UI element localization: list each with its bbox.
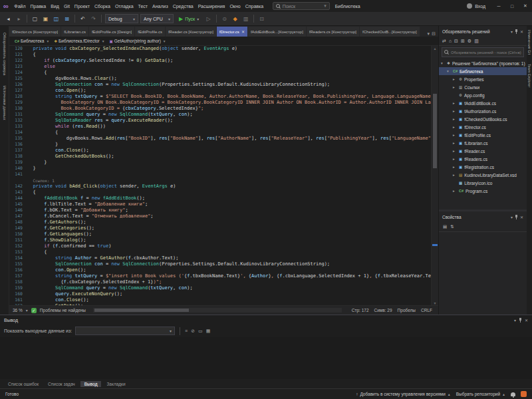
code-line[interactable]: 146f.bOK.Text = "Добавить книгу"; (9, 207, 431, 213)
panel-tab[interactable]: Список задач (44, 381, 79, 387)
line-number[interactable]: 142 (9, 184, 27, 190)
extensions-icon[interactable]: ⊡ (257, 14, 266, 23)
line-number[interactable]: 152 (9, 243, 27, 249)
breakpoints-icon[interactable]: ⊙ (220, 14, 229, 23)
code-text[interactable]: con.Close(); (27, 297, 431, 303)
code-text[interactable]: f.ShowDialog(); (27, 237, 431, 243)
output-source-dropdown[interactable]: ▾ (75, 327, 175, 335)
tree-item[interactable]: ▸▣fReader.cs (439, 147, 527, 155)
scroll-up-icon[interactable]: ▴ (432, 46, 438, 51)
line-number[interactable]: 153 (9, 249, 27, 255)
tree-item[interactable]: ▸▣fEditProfile.cs (439, 131, 527, 139)
line-number[interactable]: 136 (9, 142, 27, 148)
expand-arrow-icon[interactable]: ▾ (447, 69, 451, 73)
document-tab[interactable]: fDirector.cs [Конструктор] (9, 27, 61, 37)
line-number[interactable]: 150 (9, 231, 27, 237)
code-health-icon[interactable]: ✓ (31, 308, 37, 313)
code-line[interactable]: 120private void cbxCategory_SelectedInde… (9, 46, 431, 52)
menu-item[interactable]: Справка (243, 3, 265, 10)
line-number[interactable]: 162 (9, 303, 27, 305)
pin-icon[interactable] (519, 318, 522, 323)
expand-arrow-icon[interactable]: ▸ (453, 173, 457, 177)
new-file-icon[interactable]: ▢ (31, 14, 39, 23)
open-file-icon[interactable]: ▣ (41, 14, 50, 23)
menu-item[interactable]: Анализ (150, 3, 171, 10)
code-text[interactable]: query.ExecuteNonQuery(); (27, 291, 431, 297)
feedback-alert-icon[interactable] (521, 391, 527, 397)
switch-views-icon[interactable]: ⇄ (442, 39, 446, 44)
code-text[interactable]: f.bOK.Text = "Добавить книгу"; (27, 207, 431, 213)
code-line[interactable]: 139} (9, 160, 431, 166)
code-line[interactable]: 138GetCheckedOutBooks(); (9, 154, 431, 160)
code-line[interactable]: 152if (f.confirmed == true) (9, 243, 431, 249)
chevron-down-icon[interactable]: ▾ (514, 318, 516, 323)
line-number[interactable]: 156 (9, 267, 27, 273)
code-text[interactable]: SqlCommand query = new SqlCommand(txtQue… (27, 285, 431, 291)
code-line[interactable]: 142private void bAdd_Click(object sender… (9, 184, 431, 190)
home-icon[interactable]: ⌂ (449, 39, 452, 43)
expand-arrow-icon[interactable]: ▸ (453, 77, 457, 81)
save-icon[interactable]: ◫ (52, 14, 61, 23)
menu-item[interactable]: Отладка (112, 3, 136, 10)
code-text[interactable]: f.GetAuthors(); (27, 219, 431, 225)
tree-item[interactable]: ▸⚙Properties (439, 75, 527, 83)
editor-status-item[interactable]: Симв: 29 (372, 308, 395, 313)
code-line[interactable]: 153{ (9, 249, 431, 255)
code-line[interactable]: 127con.Open(); (9, 88, 431, 94)
code-text[interactable]: {f.cbxCategory.SelectedIndex + 1})"; (27, 279, 431, 285)
code-line[interactable]: 128string txtQuery = $"SELECT Book.BookI… (9, 94, 431, 100)
document-tab[interactable]: fReader.cs [Конструктор] (166, 27, 216, 37)
code-line[interactable]: 149f.GetCategories(); (9, 225, 431, 231)
code-line[interactable]: 124{ (9, 70, 431, 76)
line-number[interactable]: 154 (9, 255, 27, 261)
add-to-source-control-button[interactable]: ↑ Добавить в систему управления версиями… (356, 392, 451, 396)
expand-arrow-icon[interactable]: ▸ (453, 85, 457, 89)
line-number[interactable]: 149 (9, 225, 27, 231)
code-text[interactable]: BookCategory ON Book.BookCategoryID = Bo… (27, 100, 431, 106)
expand-arrow-icon[interactable]: ▸ (453, 133, 457, 137)
line-number[interactable]: 158 (9, 279, 27, 285)
messages-icon[interactable]: ≡ (185, 329, 188, 333)
code-line[interactable]: 161con.Close(); (9, 297, 431, 303)
line-number[interactable]: 159 (9, 285, 27, 291)
line-number[interactable]: 132 (9, 118, 27, 124)
editor-status-item[interactable]: CRLF (418, 308, 435, 313)
editor-status-item[interactable]: Пробелы (395, 308, 418, 313)
breadcrumb-item[interactable]: ▣GetAuthor(string author)▾ (107, 39, 168, 43)
code-text[interactable]: GetData(); (27, 303, 431, 305)
line-number[interactable]: 145 (9, 201, 27, 207)
code-line[interactable]: 140} (9, 166, 431, 172)
output-content[interactable] (0, 337, 532, 379)
float-window-icon[interactable]: ⊟ (432, 31, 436, 37)
line-number[interactable]: 134 (9, 130, 27, 136)
code-line[interactable]: 159SqlCommand query = new SqlCommand(txt… (9, 285, 431, 291)
sync-with-active-document-icon[interactable]: ▥ (474, 39, 479, 44)
expand-arrow-icon[interactable]: ▸ (453, 149, 457, 153)
editor-status-item[interactable]: Стр: 172 (349, 308, 372, 313)
redo-icon[interactable]: ↷ (89, 14, 98, 23)
code-text[interactable]: f.GetCategories(); (27, 225, 431, 231)
close-button[interactable]: ✕ (519, 0, 532, 12)
start-without-debugging-icon[interactable]: ▷ (204, 14, 213, 23)
code-text[interactable]: private void bAdd_Click(object sender, E… (27, 184, 431, 190)
tool-window-tab[interactable]: Изменения Git (527, 30, 531, 55)
code-line[interactable]: 129BookCategory ON Book.BookCategoryID =… (9, 100, 431, 106)
code-line[interactable]: 137con.Close(); (9, 148, 431, 154)
line-number[interactable]: 125 (9, 76, 27, 82)
pin-icon[interactable] (515, 29, 518, 34)
menu-item[interactable]: Правка (28, 3, 49, 10)
line-number[interactable]: 139 (9, 160, 27, 166)
code-text[interactable]: f.GetLanguages(); (27, 231, 431, 237)
document-tab[interactable]: fCheckedOutB...[Конструктор] (360, 27, 420, 37)
tree-item[interactable]: ▸▣fLibrarian.cs (439, 139, 527, 147)
line-number[interactable]: 123 (9, 64, 27, 70)
menu-item[interactable]: Тест (136, 3, 150, 10)
expand-arrow-icon[interactable]: ▸ (453, 157, 457, 161)
line-number[interactable]: 144 (9, 196, 27, 201)
line-number[interactable]: 130 (9, 106, 27, 112)
notifications-bell-icon[interactable] (511, 392, 515, 396)
code-area[interactable]: 120private void cbxCategory_SelectedInde… (9, 46, 431, 305)
code-text[interactable]: else (27, 64, 431, 70)
code-text[interactable]: SqlCommand query = new SqlCommand(txtQue… (27, 112, 431, 118)
line-number[interactable]: 121 (9, 52, 27, 58)
